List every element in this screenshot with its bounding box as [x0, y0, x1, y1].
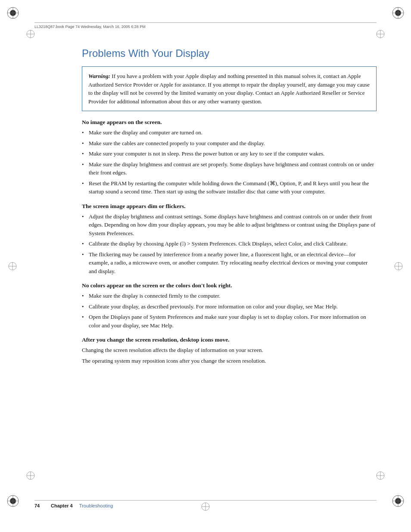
header-text: LL3218Q87.book Page 74 Wednesday, March … [34, 25, 146, 29]
list-item: Reset the PRAM by restarting the compute… [82, 179, 377, 196]
section-no-colors: No colors appear on the screen or the co… [82, 282, 377, 330]
footer: 74 Chapter 4 Troubleshooting [34, 500, 377, 508]
warning-label: Warning: [88, 73, 110, 79]
list-item: Adjust the display brightness and contra… [82, 212, 377, 238]
warning-text: If you have a problem with your Apple di… [88, 73, 370, 105]
section-heading-no-colors: No colors appear on the screen or the co… [82, 282, 377, 289]
cross-mark-tr [376, 29, 385, 39]
list-item: Make sure the cables are connected prope… [82, 139, 377, 148]
list-item: The flickering may be caused by interfer… [82, 250, 377, 276]
cross-mark-bl [26, 471, 35, 480]
section-heading-dim-flickers: The screen image appears dim or flickers… [82, 203, 377, 210]
chapter-text: Troubleshooting [79, 503, 113, 508]
list-item: Make sure the display and computer are t… [82, 128, 377, 137]
list-item: Open the Displays pane of System Prefere… [82, 313, 377, 330]
list-item: Calibrate your display, as described pre… [82, 302, 377, 311]
page-container: LL3218Q87.book Page 74 Wednesday, March … [0, 0, 411, 532]
list-item: Make sure the display is connected firml… [82, 292, 377, 300]
section-heading-resolution: After you change the screen resolution, … [82, 336, 377, 343]
list-item: Calibrate the display by choosing Apple … [82, 240, 377, 248]
section-dim-flickers: The screen image appears dim or flickers… [82, 203, 377, 276]
bullet-list-dim-flickers: Adjust the display brightness and contra… [82, 212, 377, 276]
bullet-list-no-image: Make sure the display and computer are t… [82, 128, 377, 196]
bullet-list-no-colors: Make sure the display is connected firml… [82, 292, 377, 330]
warning-box: Warning: If you have a problem with your… [82, 66, 377, 111]
section-resolution: After you change the screen resolution, … [82, 336, 377, 365]
cross-mark-tl [26, 29, 35, 39]
chapter-label: Chapter 4 [51, 503, 73, 508]
header-bar: LL3218Q87.book Page 74 Wednesday, March … [34, 22, 377, 29]
corner-circle-tl [6, 6, 20, 22]
cross-mark-ml [8, 261, 17, 271]
corner-circle-bl [6, 494, 20, 510]
section-no-image: No image appears on the screen. Make sur… [82, 119, 377, 196]
corner-circle-br [391, 494, 405, 510]
cross-mark-br [376, 471, 385, 480]
section-heading-no-image: No image appears on the screen. [82, 119, 377, 126]
main-content: Problems With Your Display Warning: If y… [82, 47, 377, 489]
list-item: Make sure your computer is not in sleep.… [82, 149, 377, 158]
corner-circle-tr [391, 6, 405, 22]
list-item: Make sure the display brightness and con… [82, 160, 377, 177]
page-title: Problems With Your Display [82, 47, 377, 59]
resolution-para-1: Changing the screen resolution affects t… [82, 346, 377, 355]
page-number: 74 [34, 503, 47, 508]
cross-mark-mr [394, 261, 403, 271]
chapter-separator [74, 503, 78, 508]
chapter-info: Chapter 4 Troubleshooting [51, 503, 113, 508]
resolution-para-2: The operating system may reposition icon… [82, 357, 377, 365]
